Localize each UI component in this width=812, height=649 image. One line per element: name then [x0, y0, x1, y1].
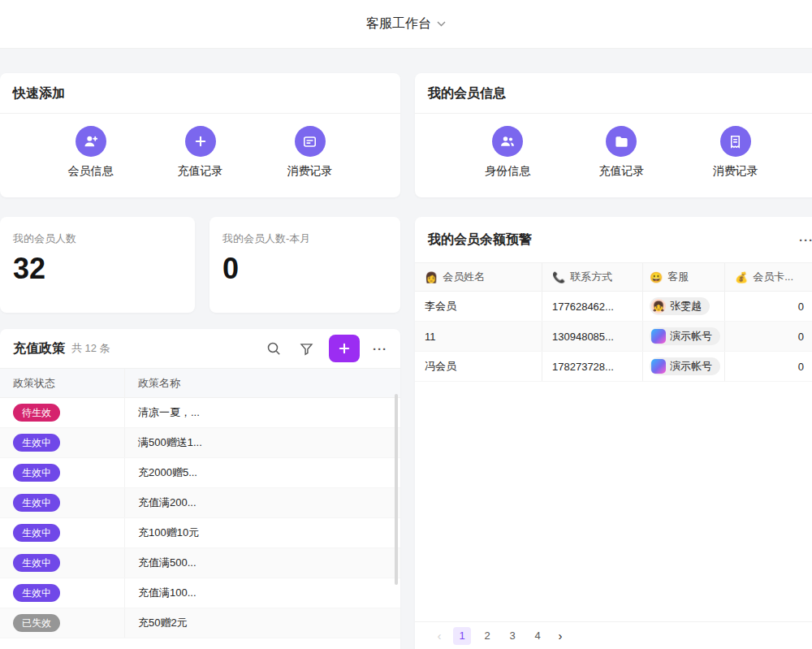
my-member-shortcuts: 身份信息 充值记录 消费记录: [415, 114, 812, 179]
policy-name-cell: 充值满200...: [125, 495, 400, 510]
column-label: 客服: [667, 270, 689, 284]
policy-name-cell: 充2000赠5...: [125, 465, 400, 480]
chevron-down-icon: [437, 21, 446, 27]
table-scrollbar[interactable]: [395, 394, 398, 585]
member-add-icon: [76, 126, 106, 157]
page-button-4[interactable]: 4: [529, 627, 546, 645]
column-label: 会员姓名: [443, 270, 485, 284]
quick-add-title: 快速添加: [0, 73, 400, 114]
policy-name-cell: 充值满100...: [125, 586, 400, 600]
member-name-cell: 11: [415, 322, 542, 351]
contact-column-header: 📞 联系方式: [542, 263, 643, 291]
my-member-info-title: 我的会员信息: [415, 73, 812, 114]
status-badge: 生效中: [13, 554, 60, 572]
avatar: 👧: [651, 299, 666, 314]
agent-chip: 演示帐号: [650, 357, 720, 375]
shortcut-label: 消费记录: [713, 164, 758, 179]
phone-column-icon: 📞: [552, 271, 565, 283]
member-row[interactable]: 冯会员 178273728... 演示帐号 0: [415, 352, 812, 382]
status-badge: 已失效: [13, 614, 60, 632]
policy-row[interactable]: 待生效 清凉一夏，...: [0, 398, 400, 428]
quick-add-member-info[interactable]: 会员信息: [68, 126, 114, 179]
member-column-icon: 👩: [425, 271, 438, 283]
policy-row[interactable]: 生效中 充值满200...: [0, 488, 400, 518]
recharge-policy-card: 充值政策 共 12 条 ··· 政策状态 政策名称 待生效 清凉一夏，... 生…: [0, 329, 400, 649]
agent-name: 演示帐号: [670, 359, 712, 374]
policy-title: 充值政策: [13, 340, 65, 357]
top-bar: 客服工作台: [0, 0, 812, 49]
status-badge: 生效中: [13, 524, 60, 542]
page-title: 客服工作台: [366, 15, 431, 32]
policy-row[interactable]: 生效中 满500赠送1...: [0, 428, 400, 458]
stat-value: 32: [13, 254, 182, 283]
shortcut-label: 充值记录: [178, 164, 223, 179]
recharge-record-shortcut[interactable]: 充值记录: [598, 126, 644, 179]
plus-circle-icon: [185, 126, 216, 157]
agent-cell: 演示帐号: [643, 352, 725, 381]
balance-table-header: 👩 会员姓名 📞 联系方式 😀 客服 💰 会员卡...: [415, 262, 812, 292]
agent-column-icon: 😀: [650, 271, 663, 283]
balance-warning-card: 我的会员余额预警 ··· 👩 会员姓名 📞 联系方式 😀 客服 💰 会员卡...…: [415, 217, 812, 649]
member-name-cell: 李会员: [415, 292, 542, 321]
prev-page-button[interactable]: ‹: [433, 630, 446, 642]
page-button-3[interactable]: 3: [503, 627, 521, 645]
shortcut-label: 消费记录: [287, 164, 333, 179]
add-record-button[interactable]: [329, 335, 360, 362]
more-icon[interactable]: ···: [799, 233, 812, 247]
policy-row[interactable]: 生效中 充值满100...: [0, 578, 400, 608]
agent-cell: 👧 张雯越: [643, 292, 725, 321]
folder-icon: [606, 126, 637, 157]
demo-account-logo-icon: [651, 359, 666, 374]
receipt-icon-glyph: [728, 134, 743, 149]
quick-add-recharge-record[interactable]: 充值记录: [178, 126, 223, 179]
filter-icon[interactable]: [296, 339, 316, 358]
policy-row[interactable]: 生效中 充100赠10元: [0, 518, 400, 548]
policy-table: 政策状态 政策名称 待生效 清凉一夏，... 生效中 满500赠送1... 生效…: [0, 368, 400, 638]
policy-name-cell: 满500赠送1...: [125, 435, 400, 450]
quick-add-consume-record[interactable]: 消费记录: [287, 126, 333, 179]
policy-status-cell: 生效中: [0, 518, 125, 547]
page-button-2[interactable]: 2: [478, 627, 496, 645]
policy-row[interactable]: 生效中 充值满500...: [0, 548, 400, 578]
member-add-icon-glyph: [83, 133, 99, 149]
stat-label: 我的会员人数-本月: [222, 231, 387, 246]
status-badge: 生效中: [13, 584, 60, 602]
policy-status-cell: 生效中: [0, 428, 125, 457]
consume-record-shortcut[interactable]: 消费记录: [713, 126, 758, 179]
stat-card-member-count: 我的会员人数 32: [0, 217, 195, 313]
contact-cell: 130948085...: [542, 322, 643, 351]
agent-cell: 演示帐号: [643, 322, 725, 351]
shortcut-label: 会员信息: [68, 164, 114, 179]
policy-row[interactable]: 生效中 充2000赠5...: [0, 458, 400, 488]
agent-name: 演示帐号: [670, 329, 712, 344]
stat-value: 0: [222, 254, 387, 283]
more-icon[interactable]: ···: [373, 342, 387, 356]
workspace-switcher[interactable]: 客服工作台: [366, 15, 446, 32]
policy-status-cell: 已失效: [0, 608, 125, 638]
search-icon[interactable]: [264, 339, 283, 358]
balance-cell: 0: [725, 352, 812, 381]
plus-icon: [338, 342, 351, 355]
contact-cell: 178273728...: [542, 352, 643, 381]
next-page-button[interactable]: ›: [554, 630, 567, 642]
policy-count: 共 12 条: [71, 341, 110, 356]
policy-row[interactable]: 已失效 充50赠2元: [0, 608, 400, 638]
receipt-icon: [295, 126, 326, 157]
column-label: 联系方式: [570, 270, 612, 284]
folder-icon-glyph: [614, 134, 629, 149]
policy-status-cell: 待生效: [0, 398, 125, 427]
policy-table-header: 政策状态 政策名称: [0, 368, 400, 398]
people-icon: [492, 126, 523, 157]
agent-chip: 演示帐号: [650, 327, 720, 345]
member-name-column-header: 👩 会员姓名: [415, 263, 542, 291]
identity-info-shortcut[interactable]: 身份信息: [485, 126, 530, 179]
policy-name-cell: 充100赠10元: [125, 526, 400, 540]
policy-status-cell: 生效中: [0, 578, 125, 608]
member-row[interactable]: 11 130948085... 演示帐号 0: [415, 322, 812, 352]
member-row[interactable]: 李会员 177628462... 👧 张雯越 0: [415, 292, 812, 322]
page-button-1[interactable]: 1: [453, 627, 471, 645]
agent-name: 张雯越: [670, 299, 702, 314]
policy-status-cell: 生效中: [0, 488, 125, 517]
balance-card-title: 我的会员余额预警: [428, 231, 532, 249]
column-label: 会员卡...: [753, 270, 793, 284]
